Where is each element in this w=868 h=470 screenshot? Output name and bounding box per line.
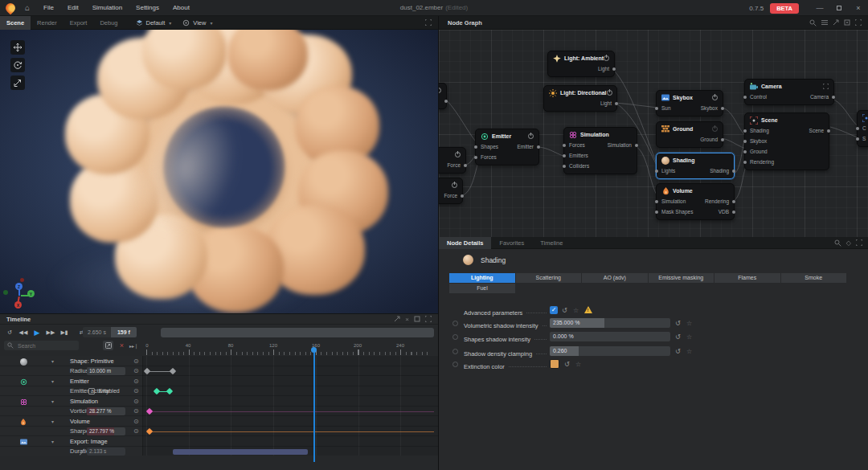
node-graph-canvas[interactable]: ise Force e: Line Force Light: Ambient L… bbox=[438, 30, 868, 237]
keyframe-diamond-icon[interactable]: ◇ bbox=[846, 239, 851, 247]
node-port[interactable]: Force bbox=[444, 193, 458, 198]
node-shading[interactable]: Shading Lights Shading bbox=[656, 153, 735, 179]
node-port[interactable]: Skybox bbox=[701, 105, 719, 111]
scale-tool-button[interactable] bbox=[10, 76, 25, 90]
fullscreen-icon[interactable] bbox=[855, 19, 862, 26]
power-icon[interactable] bbox=[455, 152, 461, 157]
advanced-parameters-checkbox[interactable]: ✓ bbox=[550, 306, 558, 314]
keyframe-diamond[interactable] bbox=[146, 408, 153, 415]
category-ao[interactable]: AO (adv) bbox=[582, 273, 648, 283]
time-seconds[interactable]: 2.650 s bbox=[83, 327, 111, 337]
tab-timeline[interactable]: Timeline bbox=[532, 237, 571, 249]
node-port[interactable] bbox=[441, 100, 442, 103]
node-port[interactable]: Scene bbox=[809, 128, 825, 133]
node-partial-top-left[interactable] bbox=[438, 83, 447, 109]
node-light-ambient[interactable]: Light: Ambient Light bbox=[547, 51, 615, 77]
viewport-3d[interactable]: Z Y X bbox=[0, 30, 438, 313]
category-smoke[interactable]: Smoke bbox=[781, 273, 847, 283]
collapse-chevron-icon[interactable]: ▾ bbox=[51, 377, 54, 386]
power-icon[interactable] bbox=[528, 133, 534, 139]
track-row-volume[interactable]: ▾ Volume ⊙ bbox=[0, 417, 438, 427]
track-row-sharpen-smoke[interactable]: Sharpen smoke 227.797 % ⊙ bbox=[0, 427, 438, 436]
tab-render[interactable]: Render bbox=[31, 16, 63, 30]
node-port[interactable]: Simulation bbox=[608, 142, 633, 148]
fullscreen-icon[interactable] bbox=[856, 239, 862, 246]
keyframe-diamond[interactable] bbox=[144, 368, 150, 374]
frame-selection-icon[interactable] bbox=[844, 19, 850, 26]
shapes-shadow-intensity-slider[interactable]: 0.000 % bbox=[550, 332, 670, 341]
power-icon[interactable] bbox=[452, 182, 457, 188]
node-noise[interactable]: ise Force bbox=[438, 147, 466, 174]
node-port[interactable]: Skybox bbox=[749, 138, 767, 144]
search-icon[interactable] bbox=[809, 19, 817, 27]
keyframe-toggle[interactable] bbox=[452, 349, 458, 354]
node-camera[interactable]: Camera Control Camera bbox=[744, 79, 834, 105]
node-port[interactable]: Simulation bbox=[661, 198, 686, 204]
node-port[interactable]: Emitters bbox=[568, 153, 588, 158]
camera-view-icon[interactable] bbox=[823, 84, 829, 89]
volumetric-shadow-intensity-slider[interactable]: 235.000 % bbox=[550, 318, 670, 328]
node-port[interactable]: Ground bbox=[749, 149, 768, 154]
track-row-shape-primitive[interactable]: ▾ Shape: Primitive ⊙ bbox=[0, 357, 438, 366]
visibility-eye-icon[interactable]: ⊙ bbox=[133, 377, 139, 386]
node-light-directional[interactable]: Light: Directional Light bbox=[543, 85, 617, 112]
layout-dropdown[interactable]: Default ▾ bbox=[136, 19, 172, 27]
restore-button[interactable] bbox=[829, 4, 849, 12]
node-port[interactable]: Colliders bbox=[568, 163, 589, 169]
node-line[interactable]: e: Line Force bbox=[438, 178, 463, 204]
node-scene[interactable]: Scene Shading Scene Skybox Ground Render… bbox=[744, 112, 829, 170]
close-button[interactable]: × bbox=[849, 4, 868, 12]
play-button[interactable]: ▶ bbox=[31, 327, 43, 337]
node-port[interactable]: Control bbox=[749, 94, 767, 100]
list-icon[interactable] bbox=[821, 19, 828, 26]
visibility-eye-icon[interactable]: ⊙ bbox=[133, 366, 139, 376]
track-row-vorticity-intensity[interactable]: Vorticity intensity 28.277 % ⊙ bbox=[0, 407, 438, 416]
track-row-export-image[interactable]: ▾ Export: Image bbox=[0, 437, 438, 447]
menu-simulation[interactable]: Simulation bbox=[92, 4, 122, 11]
reset-icon[interactable]: ↺ bbox=[562, 307, 567, 314]
power-icon[interactable] bbox=[438, 88, 441, 93]
node-port[interactable]: C bbox=[862, 125, 866, 131]
keyframe-diamond[interactable] bbox=[154, 388, 160, 394]
node-port[interactable]: S bbox=[862, 136, 866, 141]
restart-button[interactable]: ↺ bbox=[4, 327, 15, 337]
favorite-star-icon[interactable]: ☆ bbox=[686, 320, 692, 327]
node-port[interactable]: Shading bbox=[749, 128, 769, 133]
node-emitter[interactable]: Emitter Shapes Emitter Forces bbox=[475, 129, 539, 166]
reset-icon[interactable]: ↺ bbox=[675, 333, 681, 341]
visibility-eye-icon[interactable]: ⊙ bbox=[133, 386, 139, 396]
tab-favorites[interactable]: Favorites bbox=[491, 237, 532, 249]
track-row-duration[interactable]: Duration 2.133 s bbox=[0, 447, 438, 456]
node-volume[interactable]: Volume Simulation Rendering Mask Shapes … bbox=[656, 183, 735, 220]
keyframe-toggle[interactable] bbox=[452, 321, 458, 326]
track-row-radius[interactable]: Radius 10.000 m ⊙ bbox=[0, 366, 438, 376]
collapse-chevron-icon[interactable]: ▾ bbox=[51, 417, 54, 427]
reset-icon[interactable]: ↺ bbox=[675, 320, 681, 327]
node-port[interactable]: Force bbox=[447, 162, 461, 168]
reset-icon[interactable]: ↺ bbox=[564, 361, 570, 368]
tab-node-details[interactable]: Node Details bbox=[439, 237, 491, 249]
keyframe-diamond[interactable] bbox=[166, 388, 173, 394]
step-back-button[interactable]: ◀◀ bbox=[18, 327, 29, 337]
resize-icon[interactable] bbox=[394, 316, 400, 322]
minimize-button[interactable]: — bbox=[810, 4, 829, 12]
time-frames[interactable]: 159 f bbox=[111, 327, 137, 337]
visibility-eye-icon[interactable]: ⊙ bbox=[133, 357, 139, 366]
vorticity-value-field[interactable]: 28.277 % bbox=[87, 407, 125, 415]
visibility-eye-icon[interactable]: ⊙ bbox=[133, 397, 139, 407]
node-port[interactable]: Shapes bbox=[480, 144, 498, 149]
keyframe-toggle[interactable] bbox=[452, 362, 458, 367]
node-port[interactable]: Light bbox=[600, 100, 612, 106]
enabled-checkbox[interactable] bbox=[88, 388, 95, 394]
radius-value-field[interactable]: 10.000 m bbox=[87, 367, 125, 375]
frame-icon[interactable] bbox=[414, 316, 420, 322]
step-forward-button[interactable]: ▶▶ bbox=[45, 327, 56, 337]
node-port[interactable]: Sun bbox=[661, 105, 671, 111]
duration-value-field[interactable]: 2.133 s bbox=[87, 448, 125, 456]
node-port[interactable]: Rendering bbox=[705, 198, 730, 204]
node-port[interactable]: Camera bbox=[810, 94, 829, 100]
track-row-simulation[interactable]: ▾ Simulation ⊙ bbox=[0, 397, 438, 407]
favorite-star-icon[interactable]: ☆ bbox=[686, 348, 692, 355]
node-partial-right[interactable]: C S bbox=[857, 110, 868, 147]
node-port[interactable]: Rendering bbox=[749, 159, 774, 165]
